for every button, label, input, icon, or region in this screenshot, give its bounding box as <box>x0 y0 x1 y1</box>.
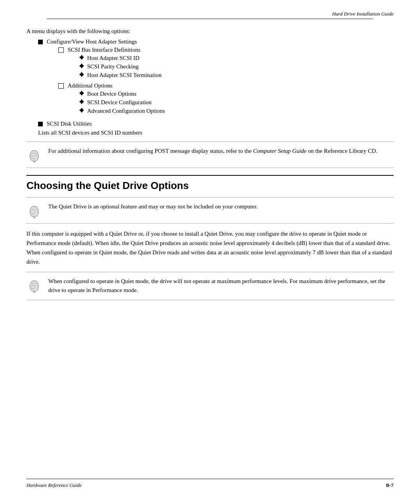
bullet-square-icon-2 <box>38 122 43 126</box>
note-1-italic: Computer Setup Guide <box>253 148 306 154</box>
list-item-sub1-label: SCSI Bus Interface Definitions <box>68 47 140 53</box>
note-1-text: For additional information about configu… <box>48 147 394 156</box>
footer-right: B-7 <box>386 482 394 488</box>
bullet-diamond-icon-2 <box>79 63 84 66</box>
list-item-l3-5: SCSI Device Configuration <box>79 99 165 106</box>
list-item-l3-1-label: Host Adapter SCSI ID <box>87 55 140 61</box>
top-rule <box>47 19 373 19</box>
list-level2: SCSI Bus Interface Definitions Host Adap… <box>58 47 165 116</box>
svg-point-13 <box>31 282 37 290</box>
section-heading: Choosing the Quiet Drive Options <box>26 175 394 192</box>
list-item-l3-5-label: SCSI Device Configuration <box>87 99 152 106</box>
page-footer: Hardware Reference Guide B-7 <box>26 479 394 488</box>
main-list: Configure/View Host Adapter Settings SCS… <box>38 38 394 127</box>
pencil-icon-1 <box>26 147 42 163</box>
page-container: Hard Drive Installation Guide A menu dis… <box>0 0 420 504</box>
bullet-square-icon <box>38 40 43 44</box>
svg-point-7 <box>31 208 37 215</box>
list-item-sub1-content: SCSI Bus Interface Definitions Host Adap… <box>68 47 162 80</box>
list-item-sub2: Additional Options Boot Device Options <box>58 82 165 116</box>
footer-left: Hardware Reference Guide <box>26 482 82 488</box>
list-item-l3-6-label: Advanced Configuration Options <box>87 108 165 114</box>
list-item-1: Configure/View Host Adapter Settings SCS… <box>38 38 394 118</box>
list-level3-1: Host Adapter SCSI ID SCSI Parity Checkin… <box>79 55 162 79</box>
bullet-checkbox-icon-2 <box>58 83 64 89</box>
list-item-l3-3: Host Adapter SCSI Termination <box>79 72 162 79</box>
list-item-sub2-content: Additional Options Boot Device Options <box>68 82 165 116</box>
bullet-checkbox-icon-1 <box>58 47 64 53</box>
list-item-2: SCSI Disk Utilities <box>38 121 394 127</box>
list-item-l3-6: Advanced Configuration Options <box>79 108 165 114</box>
list-item-sub1: SCSI Bus Interface Definitions Host Adap… <box>58 47 165 80</box>
list-item-l3-2-label: SCSI Parity Checking <box>87 63 139 70</box>
bullet-diamond-icon-3 <box>79 72 84 75</box>
bullet-diamond-icon-1 <box>79 55 84 58</box>
intro-text: A menu displays with the following optio… <box>26 28 394 35</box>
list-item-l3-2: SCSI Parity Checking <box>79 63 162 70</box>
page-header: Hard Drive Installation Guide <box>332 11 394 17</box>
list-item-2-label: SCSI Disk Utilities <box>47 121 92 127</box>
bullet-diamond-icon-6 <box>79 108 84 111</box>
note-box-3: When configured to operate in Quiet mode… <box>26 272 394 300</box>
list-item-l3-4: Boot Device Options <box>79 91 165 97</box>
list-item-1-label: Configure/View Host Adapter Settings <box>47 38 137 45</box>
svg-point-1 <box>31 152 37 160</box>
note-2-text: The Quiet Drive is an optional feature a… <box>48 202 394 211</box>
list-level3-2: Boot Device Options SCSI Device Configur… <box>79 91 165 114</box>
list-item-l3-3-label: Host Adapter SCSI Termination <box>87 72 162 79</box>
list-item-1-content: Configure/View Host Adapter Settings SCS… <box>47 38 165 118</box>
header-title: Hard Drive Installation Guide <box>332 11 394 17</box>
note-box-1: For additional information about configu… <box>26 142 394 168</box>
main-content: A menu displays with the following optio… <box>26 0 394 300</box>
bullet-diamond-icon-4 <box>79 91 84 94</box>
list-item-l3-4-label: Boot Device Options <box>87 91 136 97</box>
disk-utilities-desc: Lists all SCSI devices and SCSI ID numbe… <box>38 130 394 136</box>
list-item-sub2-label: Additional Options <box>68 82 112 89</box>
pencil-icon-3 <box>26 278 42 293</box>
note-box-2: The Quiet Drive is an optional feature a… <box>26 197 394 224</box>
note-3-text: When configured to operate in Quiet mode… <box>48 277 394 295</box>
list-item-l3-1: Host Adapter SCSI ID <box>79 55 162 61</box>
pencil-icon-2 <box>26 203 42 219</box>
body-para-1: If this computer is equipped with a Quie… <box>26 229 394 266</box>
bullet-diamond-icon-5 <box>79 99 84 102</box>
